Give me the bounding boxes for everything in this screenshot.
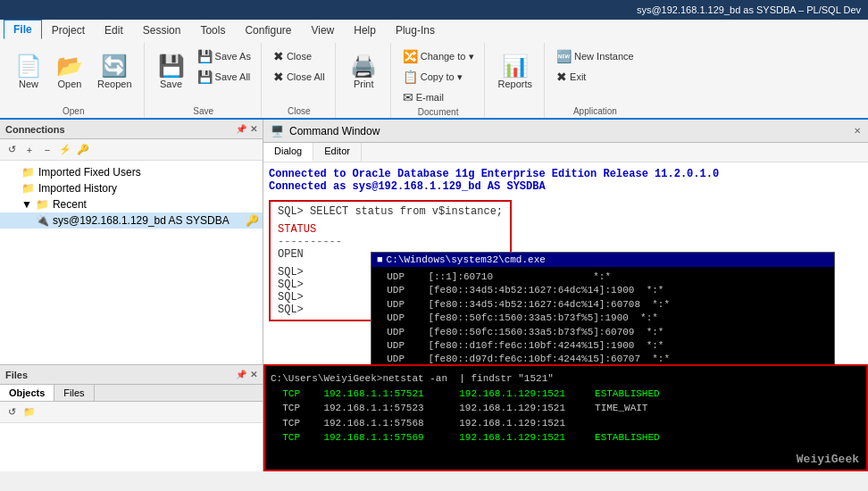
connections-tree: 📁 Imported Fixed Users 📁 Imported Histor… xyxy=(0,161,263,364)
application-group-buttons: 🆕 New Instance ✖ Exit xyxy=(552,43,638,106)
tab-session[interactable]: Session xyxy=(133,21,191,39)
copy-to-icon: 📋 xyxy=(403,70,418,84)
files-header: Files 📌 ✕ xyxy=(0,365,263,385)
files-content xyxy=(0,423,263,471)
open-label: Open xyxy=(58,79,82,89)
connect-button[interactable]: ⚡ xyxy=(57,142,73,158)
cmd-line4: UDP [fe80::50fc:1560:33a5:b73f%5]:1900 *… xyxy=(375,312,830,325)
save-as-icon: 💾 xyxy=(197,49,213,63)
files-btn2[interactable]: 📁 xyxy=(21,404,38,420)
cmd-tab-dialog[interactable]: Dialog xyxy=(263,143,313,162)
new-button[interactable]: 📄 New xyxy=(9,43,48,102)
ribbon-group-reports: 📊 Reports xyxy=(487,43,546,118)
cmd-line5: UDP [fe80::50fc:1560:33a5:b73f%5]:60709 … xyxy=(375,326,830,339)
folder-icon: 📁 xyxy=(21,166,35,179)
cmd-title-text: C:\Windows\system32\cmd.exe xyxy=(387,254,546,265)
close-icon: ✖ xyxy=(273,49,284,63)
save-button[interactable]: 💾 Save xyxy=(152,43,191,102)
email-button[interactable]: ✉ E-mail xyxy=(398,87,479,107)
cmd-window-close[interactable]: ✕ xyxy=(854,126,861,136)
close-all-label: Close All xyxy=(287,71,325,82)
files-panel: Files 📌 ✕ Objects Files ↺ 📁 xyxy=(0,364,263,471)
remove-button[interactable]: − xyxy=(39,142,55,158)
close-all-button[interactable]: ✖ Close All xyxy=(269,67,330,87)
application-stack: 🆕 New Instance ✖ Exit xyxy=(552,43,638,87)
save-group-buttons: 💾 Save 💾 Save As 💾 Save All xyxy=(152,43,255,106)
exit-button[interactable]: ✖ Exit xyxy=(552,67,638,87)
key-icon: 🔑 xyxy=(246,214,259,227)
exit-icon: ✖ xyxy=(556,70,567,84)
close-group-label: Close xyxy=(288,106,311,118)
tree-item-recent[interactable]: ▼ 📁 Recent xyxy=(0,196,263,212)
document-group-label: Document xyxy=(418,107,459,119)
ribbon-group-open: 📄 New 📂 Open 🔄 Reopen Open xyxy=(4,43,145,118)
print-button[interactable]: 🖨️ Print xyxy=(344,43,383,102)
save-all-button[interactable]: 💾 Save All xyxy=(193,67,255,87)
netstat-line3: TCP 192.168.1.1:57568 192.168.1.129:1521 xyxy=(271,416,861,431)
tab-configure[interactable]: Configure xyxy=(235,21,301,39)
files-toolbar: ↺ 📁 xyxy=(0,402,263,423)
left-panel: Connections 📌 ✕ ↺ + − ⚡ 🔑 📁 Imported Fix… xyxy=(0,120,263,471)
tree-item-imported-history[interactable]: 📁 Imported History xyxy=(0,180,263,196)
connection-icon: 🔌 xyxy=(36,214,49,227)
tab-files[interactable]: Files xyxy=(54,385,94,401)
new-instance-button[interactable]: 🆕 New Instance xyxy=(552,46,638,66)
save-stack: 💾 Save As 💾 Save All xyxy=(193,43,255,87)
tab-tools[interactable]: Tools xyxy=(190,21,235,39)
files-close-icon[interactable]: ✕ xyxy=(250,370,257,379)
cmd-title-bar: ■ C:\Windows\system32\cmd.exe xyxy=(371,253,834,267)
cmd-tab-editor[interactable]: Editor xyxy=(313,143,362,162)
tab-project[interactable]: Project xyxy=(42,21,95,39)
dashes: ---------- xyxy=(278,236,503,248)
cmd-line1: UDP [::1]:60710 *:* xyxy=(375,270,830,284)
files-tabs: Objects Files xyxy=(0,385,263,402)
close-button[interactable]: ✖ Close xyxy=(269,46,330,66)
watermark: WeiyiGeek xyxy=(797,453,859,466)
save-as-button[interactable]: 💾 Save As xyxy=(193,46,255,66)
print-icon: 🖨️ xyxy=(350,55,377,77)
folder-icon: 📁 xyxy=(21,182,35,195)
change-to-label: Change to ▾ xyxy=(421,51,474,62)
tab-edit[interactable]: Edit xyxy=(95,21,133,39)
reports-icon: 📊 xyxy=(502,55,529,77)
reports-button[interactable]: 📊 Reports xyxy=(492,43,539,102)
copy-to-button[interactable]: 📋 Copy to ▾ xyxy=(398,67,479,87)
files-btn1[interactable]: ↺ xyxy=(4,404,20,420)
key-button[interactable]: 🔑 xyxy=(75,142,91,158)
files-pin-icon[interactable]: 📌 xyxy=(236,370,246,379)
tab-help[interactable]: Help xyxy=(344,21,386,39)
connections-close-icon[interactable]: ✕ xyxy=(250,124,257,134)
files-title: Files xyxy=(5,370,28,380)
cmd-content[interactable]: Connected to Oracle Database 11g Enterpr… xyxy=(263,162,868,471)
cmd-tabs: Dialog Editor xyxy=(263,143,868,162)
cmd-line2: UDP [fe80::34d5:4b52:1627:64dc%14]:1900 … xyxy=(375,284,830,297)
netstat-command: C:\Users\WeiyiGeek>netstat -an | findstr… xyxy=(271,371,861,387)
cmd-window-icon: 🖥️ xyxy=(271,125,284,137)
add-button[interactable]: + xyxy=(21,142,38,158)
main-layout: Connections 📌 ✕ ↺ + − ⚡ 🔑 📁 Imported Fix… xyxy=(0,120,868,471)
reopen-label: Reopen xyxy=(97,79,132,89)
tab-ribbon: File Project Edit Session Tools Configur… xyxy=(0,20,868,39)
tree-item-imported-fixed[interactable]: 📁 Imported Fixed Users xyxy=(0,164,263,180)
tab-view[interactable]: View xyxy=(301,21,344,39)
netstat-line1: TCP 192.168.1.1:57521 192.168.1.129:1521… xyxy=(271,387,861,402)
cmd-overlay: ■ C:\Windows\system32\cmd.exe UDP [::1]:… xyxy=(371,252,835,371)
connections-header: Connections 📌 ✕ xyxy=(0,120,263,139)
reopen-button[interactable]: 🔄 Reopen xyxy=(91,43,138,102)
open-button[interactable]: 📂 Open xyxy=(50,43,89,102)
tab-plugins[interactable]: Plug-Ins xyxy=(386,21,445,39)
title-text: sys@192.168.1.129_bd as SYSDBA – PL/SQL … xyxy=(637,4,861,15)
tree-label: Imported History xyxy=(38,182,117,195)
save-as-label: Save As xyxy=(215,51,251,62)
pin-icon[interactable]: 📌 xyxy=(236,124,246,134)
open-group-buttons: 📄 New 📂 Open 🔄 Reopen xyxy=(9,43,138,106)
tab-objects[interactable]: Objects xyxy=(0,385,54,401)
ribbon-group-save: 💾 Save 💾 Save As 💾 Save All Save xyxy=(146,43,262,118)
tab-file[interactable]: File xyxy=(4,20,42,39)
cmd-line3: UDP [fe80::34d5:4b52:1627:64dc%14]:60708… xyxy=(375,298,830,312)
tree-label: sys@192.168.1.129_bd AS SYSDBA xyxy=(53,214,230,227)
refresh-button[interactable]: ↺ xyxy=(4,142,20,158)
tree-item-sysdba[interactable]: 🔌 sys@192.168.1.129_bd AS SYSDBA 🔑 xyxy=(0,212,263,229)
change-to-button[interactable]: 🔀 Change to ▾ xyxy=(398,46,479,66)
new-instance-icon: 🆕 xyxy=(556,49,572,63)
